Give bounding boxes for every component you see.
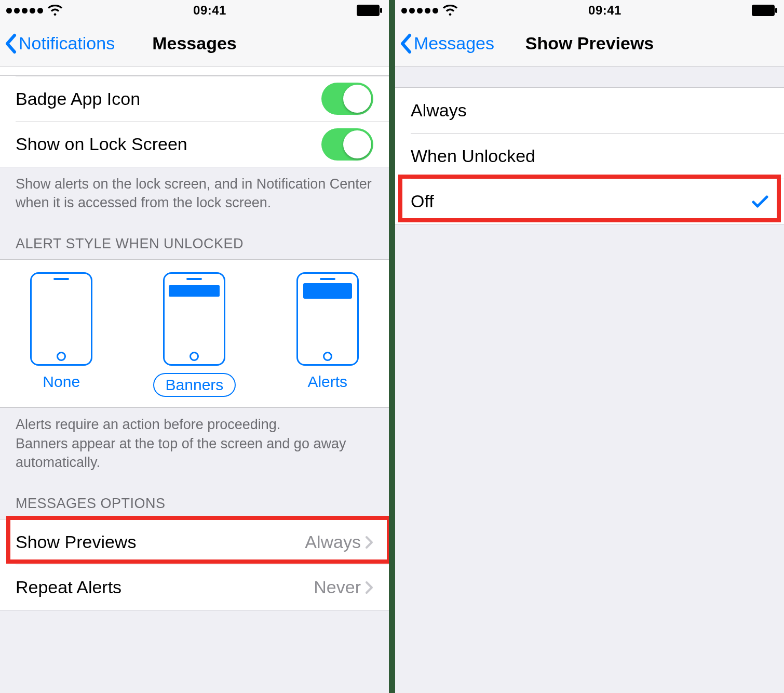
row-show-previews[interactable]: Show Previews Always xyxy=(0,519,389,565)
style-label: Banners xyxy=(153,373,236,397)
back-label: Messages xyxy=(414,33,494,54)
row-repeat-alerts[interactable]: Repeat Alerts Never xyxy=(0,565,389,610)
row-option-off[interactable]: Off xyxy=(395,179,784,224)
cell-value: Always xyxy=(305,532,361,552)
cell-label: Show Previews xyxy=(16,532,305,552)
status-time: 09:41 xyxy=(588,3,621,18)
cell-label: Repeat Alerts xyxy=(16,577,314,597)
chevron-left-icon xyxy=(399,33,412,54)
lock-screen-footer: Show alerts on the lock screen, and in N… xyxy=(0,167,389,220)
svg-rect-3 xyxy=(775,8,777,13)
cell-label: Badge App Icon xyxy=(16,89,321,109)
row-sounds-peek[interactable]: Sounds Note xyxy=(0,66,389,76)
chevron-right-icon xyxy=(365,581,373,594)
battery-icon xyxy=(357,5,383,16)
status-left xyxy=(401,5,458,16)
wifi-icon xyxy=(47,5,63,16)
svg-rect-1 xyxy=(380,8,382,13)
svg-rect-2 xyxy=(752,5,775,16)
cell-label: Off xyxy=(411,191,752,211)
alert-style-none[interactable]: None xyxy=(30,272,92,397)
cell-value: Never xyxy=(314,577,361,597)
cell-label: Show on Lock Screen xyxy=(16,134,321,154)
alert-style-header: ALERT STYLE WHEN UNLOCKED xyxy=(0,220,389,259)
style-label: Alerts xyxy=(307,373,347,391)
row-show-lock-screen[interactable]: Show on Lock Screen xyxy=(0,122,389,167)
messages-options-header: MESSAGES OPTIONS xyxy=(0,479,389,519)
chevron-right-icon xyxy=(365,536,373,549)
alert-style-picker: None Banners Alerts xyxy=(0,259,389,408)
row-badge-app-icon[interactable]: Badge App Icon xyxy=(0,76,389,122)
status-right xyxy=(752,5,778,16)
svg-rect-0 xyxy=(357,5,380,16)
signal-icon xyxy=(401,8,438,14)
row-option-when-unlocked[interactable]: When Unlocked xyxy=(395,133,784,179)
alert-style-alerts[interactable]: Alerts xyxy=(296,272,359,397)
left-screen: 09:41 Notifications Messages Sounds Note… xyxy=(0,0,389,693)
alert-style-banners[interactable]: Banners xyxy=(153,272,236,397)
signal-icon xyxy=(6,8,43,14)
back-button[interactable]: Notifications xyxy=(4,33,115,54)
nav-bar: Notifications Messages xyxy=(0,21,389,66)
status-left xyxy=(6,5,63,16)
style-label: None xyxy=(43,373,80,391)
right-screen: 09:41 Messages Show Previews Always When… xyxy=(395,0,784,693)
cell-label: When Unlocked xyxy=(411,146,768,166)
toggle-badge[interactable] xyxy=(321,83,373,115)
status-time: 09:41 xyxy=(193,3,226,18)
chevron-left-icon xyxy=(4,33,17,54)
status-right xyxy=(357,5,383,16)
back-label: Notifications xyxy=(19,33,115,54)
wifi-icon xyxy=(442,5,458,16)
alert-style-footer: Alerts require an action before proceedi… xyxy=(0,408,389,479)
back-button[interactable]: Messages xyxy=(399,33,494,54)
nav-bar: Messages Show Previews xyxy=(395,21,784,66)
cell-label: Always xyxy=(411,100,768,121)
battery-icon xyxy=(752,5,778,16)
checkmark-icon xyxy=(752,195,768,208)
status-bar: 09:41 xyxy=(395,0,784,21)
toggle-lockscreen[interactable] xyxy=(321,128,373,161)
status-bar: 09:41 xyxy=(0,0,389,21)
row-option-always[interactable]: Always xyxy=(395,87,784,133)
